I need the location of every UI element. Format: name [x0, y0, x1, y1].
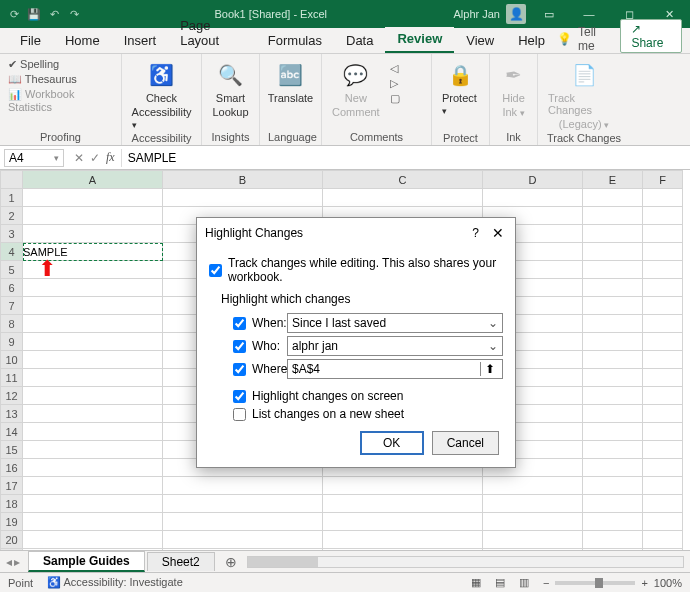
cell[interactable] [483, 495, 583, 513]
row-header-6[interactable]: 6 [1, 279, 23, 297]
tab-review[interactable]: Review [385, 27, 454, 53]
view-page-layout-icon[interactable]: ▤ [495, 576, 505, 589]
cell-A4[interactable]: SAMPLE [23, 243, 163, 261]
show-comments-icon[interactable]: ▢ [390, 92, 400, 105]
row-header-9[interactable]: 9 [1, 333, 23, 351]
sheet-nav-next-icon[interactable]: ▸ [14, 555, 20, 569]
cell[interactable] [643, 261, 683, 279]
range-selector-icon[interactable]: ⬆ [480, 362, 498, 376]
cell[interactable] [643, 549, 683, 551]
when-checkbox[interactable]: When: [233, 316, 279, 330]
spelling-button[interactable]: ✔ Spelling [8, 58, 113, 71]
dialog-close-button[interactable]: ✕ [489, 224, 507, 242]
tab-page-layout[interactable]: Page Layout [168, 14, 256, 53]
row-header-16[interactable]: 16 [1, 459, 23, 477]
workbook-stats-button[interactable]: 📊 Workbook Statistics [8, 88, 113, 113]
row-header-21[interactable]: 21 [1, 549, 23, 551]
undo-icon[interactable]: ↶ [46, 6, 62, 22]
cell[interactable] [583, 531, 643, 549]
tab-home[interactable]: Home [53, 29, 112, 53]
cancel-button[interactable]: Cancel [432, 431, 499, 455]
name-box[interactable]: A4 ▾ [4, 149, 64, 167]
cell[interactable] [323, 477, 483, 495]
cell[interactable] [583, 243, 643, 261]
row-header-4[interactable]: 4 [1, 243, 23, 261]
share-button[interactable]: ↗ Share [620, 19, 682, 53]
row-header-15[interactable]: 15 [1, 441, 23, 459]
cell[interactable] [23, 351, 163, 369]
cell[interactable] [23, 495, 163, 513]
row-header-17[interactable]: 17 [1, 477, 23, 495]
col-header-E[interactable]: E [583, 171, 643, 189]
fx-icon[interactable]: fx [106, 150, 115, 165]
cell[interactable] [643, 243, 683, 261]
sheet-tab-sheet2[interactable]: Sheet2 [147, 552, 215, 571]
save-icon[interactable]: 💾 [26, 6, 42, 22]
cell[interactable] [483, 189, 583, 207]
cell[interactable] [583, 351, 643, 369]
select-all-corner[interactable] [1, 171, 23, 189]
zoom-in-icon[interactable]: + [641, 577, 647, 589]
ribbon-options-icon[interactable]: ▭ [532, 0, 566, 28]
row-header-7[interactable]: 7 [1, 297, 23, 315]
who-checkbox[interactable]: Who: [233, 339, 279, 353]
cell[interactable] [23, 441, 163, 459]
cell[interactable] [163, 189, 323, 207]
cell[interactable] [23, 549, 163, 551]
where-input[interactable]: ⬆ [287, 359, 503, 379]
cell[interactable] [23, 459, 163, 477]
cell[interactable] [643, 513, 683, 531]
cell[interactable] [583, 279, 643, 297]
cell[interactable] [583, 315, 643, 333]
cell[interactable] [583, 261, 643, 279]
cell[interactable] [643, 351, 683, 369]
thesaurus-button[interactable]: 📖 Thesaurus [8, 73, 113, 86]
col-header-B[interactable]: B [163, 171, 323, 189]
tab-view[interactable]: View [454, 29, 506, 53]
highlight-on-screen-checkbox[interactable]: Highlight changes on screen [233, 387, 503, 405]
prev-comment-icon[interactable]: ◁ [390, 62, 400, 75]
cell[interactable] [643, 405, 683, 423]
translate-button[interactable]: 🔤 Translate [266, 58, 315, 118]
cell[interactable] [23, 189, 163, 207]
protect-button[interactable]: 🔒 Protect [440, 58, 481, 130]
cell[interactable] [583, 333, 643, 351]
cell[interactable] [163, 549, 323, 551]
cell[interactable] [643, 495, 683, 513]
cell[interactable] [163, 477, 323, 495]
ok-button[interactable]: OK [360, 431, 424, 455]
row-header-18[interactable]: 18 [1, 495, 23, 513]
row-header-3[interactable]: 3 [1, 225, 23, 243]
row-header-13[interactable]: 13 [1, 405, 23, 423]
hide-ink-button[interactable]: ✒ Hide Ink [497, 58, 531, 118]
cell[interactable] [583, 477, 643, 495]
cell[interactable] [23, 279, 163, 297]
cell[interactable] [643, 279, 683, 297]
cell[interactable] [643, 387, 683, 405]
dialog-help-icon[interactable]: ? [472, 226, 479, 240]
cell[interactable] [23, 369, 163, 387]
cell[interactable] [23, 225, 163, 243]
cell[interactable] [323, 531, 483, 549]
cell[interactable] [163, 513, 323, 531]
cell[interactable] [643, 531, 683, 549]
cell[interactable] [23, 477, 163, 495]
cell[interactable] [23, 513, 163, 531]
cell[interactable] [583, 423, 643, 441]
track-changes-checkbox[interactable]: Track changes while editing. This also s… [209, 254, 503, 286]
list-on-new-sheet-checkbox[interactable]: List changes on a new sheet [233, 405, 503, 423]
cell[interactable] [23, 261, 163, 279]
when-combo[interactable]: Since I last saved [287, 313, 503, 333]
cell[interactable] [643, 225, 683, 243]
row-header-11[interactable]: 11 [1, 369, 23, 387]
cell[interactable] [583, 189, 643, 207]
check-accessibility-button[interactable]: ♿ Check Accessibility [130, 58, 194, 130]
tab-file[interactable]: File [8, 29, 53, 53]
zoom-control[interactable]: − + 100% [543, 577, 682, 589]
cell[interactable] [643, 189, 683, 207]
cell[interactable] [583, 297, 643, 315]
tell-me[interactable]: 💡 Tell me [557, 25, 608, 53]
col-header-C[interactable]: C [323, 171, 483, 189]
cell[interactable] [643, 207, 683, 225]
new-comment-button[interactable]: 💬 New Comment [330, 58, 382, 118]
